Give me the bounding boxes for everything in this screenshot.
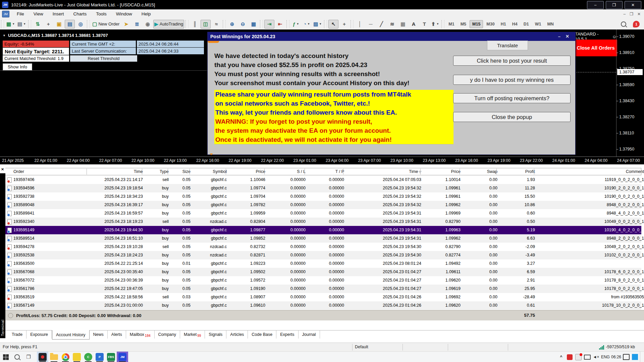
popup-title-bar[interactable]: Post Winnings for 2025.04.23 – ✕ — [208, 32, 575, 41]
table-row[interactable]: 1935670722025.04.23 00:36:39buy0.05gbpch… — [5, 276, 641, 285]
data-window-icon[interactable]: + — [43, 20, 53, 28]
table-row[interactable]: 1935617862025.04.22 19:47:05buy0.05gbpch… — [5, 285, 641, 293]
grid-icon[interactable]: ▦ — [398, 20, 408, 28]
navigator-icon[interactable]: ▣ — [54, 20, 64, 28]
app-folder-button[interactable] — [48, 352, 60, 362]
dropdown-caret-icon[interactable]: ▼ — [23, 22, 26, 25]
dropdown-caret-icon[interactable]: ▼ — [307, 22, 310, 25]
tab-journal[interactable]: Journal — [299, 330, 320, 339]
status-profile[interactable]: Default — [355, 345, 368, 349]
column-header-swap[interactable]: Swap — [462, 168, 497, 175]
periods-icon[interactable]: ◔▼ — [302, 20, 312, 28]
app-notes-button[interactable] — [71, 352, 83, 362]
dropdown-caret-icon[interactable]: ▼ — [436, 22, 439, 25]
app-fbs-button[interactable]: FBS — [105, 352, 117, 362]
tab-alerts[interactable]: Alerts — [108, 330, 126, 339]
chat-notification-button[interactable]: 1 — [629, 20, 641, 28]
trendline-icon[interactable]: ╱ — [376, 20, 386, 28]
tab-market[interactable]: Market99 — [180, 330, 205, 339]
new-order-icon[interactable]: ▢New Order — [91, 20, 120, 28]
table-row[interactable]: 1935635002025.04.22 21:25:14buy0.01gbpch… — [5, 259, 641, 268]
table-row[interactable]: 1935898412025.04.23 16:59:57buy0.05gbpch… — [5, 209, 641, 218]
autotrading-icon[interactable]: ▶AutoTrading — [153, 20, 184, 28]
column-header-symbol[interactable]: Symbol — [192, 168, 227, 175]
app-blue-p-button[interactable]: P — [94, 352, 105, 362]
tray-badge-icon[interactable] — [575, 353, 582, 361]
tab-account-history[interactable]: Account History — [52, 330, 90, 340]
indicators-icon[interactable]: ƒ▼ — [291, 20, 301, 28]
app-recorder-button[interactable] — [37, 352, 48, 362]
chart-system-icon[interactable]: JM — [2, 11, 9, 17]
zoom-in-icon[interactable]: ⊕ — [227, 20, 237, 28]
column-header-time[interactable]: Time — [89, 168, 143, 175]
close-all-orders-button[interactable]: Close All Orders — [574, 40, 617, 56]
new-chart-icon[interactable]: ▦▼ — [5, 20, 16, 28]
show-info-button[interactable]: Show Info — [3, 63, 32, 70]
chart-shift-icon[interactable]: ⇤ — [275, 20, 285, 28]
tray-expand-icon[interactable]: ^ — [557, 353, 565, 361]
timeframe-h1-button[interactable]: H1 — [498, 20, 509, 28]
candlestick-chart-icon[interactable]: ◫ — [201, 20, 211, 28]
app-chrome-button[interactable] — [60, 352, 71, 362]
tab-company[interactable]: Company — [155, 330, 180, 339]
language-indicator[interactable]: ENG — [601, 353, 610, 361]
expert-advisors-icon[interactable]: ➤ — [121, 20, 131, 28]
tab-trade[interactable]: Trade — [8, 330, 26, 339]
column-header-comment[interactable]: Comment — [537, 168, 644, 175]
dropdown-caret-icon[interactable]: ▼ — [297, 22, 299, 25]
chart-close-icon[interactable]: ✕ — [637, 12, 641, 16]
tab-exposure[interactable]: Exposure — [26, 330, 52, 339]
app-green-button[interactable]: C — [83, 352, 94, 362]
popup-minimize-icon[interactable]: – — [558, 34, 560, 39]
reset-threshold-button[interactable]: Reset Threshold — [70, 55, 137, 62]
task-view-button[interactable]: ❐ — [23, 352, 34, 362]
terminal-side-tab[interactable]: Terminal — [0, 173, 5, 338]
app-justmarkets-button[interactable]: JM — [117, 352, 128, 362]
clock[interactable]: 06:26 — [611, 353, 621, 361]
column-header-sl[interactable]: S / L — [267, 168, 306, 175]
restore-button[interactable]: ❐ — [606, 1, 623, 9]
column-header-time2[interactable]: Time ▽ — [346, 168, 421, 175]
dropdown-caret-icon[interactable]: ▼ — [319, 22, 322, 25]
chart-restore-icon[interactable]: ❐ — [630, 12, 633, 16]
tab-mailbox[interactable]: Mailbox184 — [126, 330, 155, 339]
table-row[interactable]: 1935895142025.04.23 16:51:10buy0.05gbpch… — [5, 234, 641, 243]
line-chart-icon[interactable]: ≈ — [211, 20, 221, 28]
fibonacci-icon[interactable]: ≋ — [387, 20, 397, 28]
close-popup-button[interactable]: Close the popup — [453, 112, 571, 122]
show-desktop-button[interactable] — [640, 352, 642, 362]
text-icon[interactable]: A — [409, 20, 419, 28]
horizontal-line-icon[interactable]: ─ — [366, 20, 376, 28]
timeframe-m1-button[interactable]: M1 — [446, 20, 457, 28]
column-header-price[interactable]: Price — [228, 168, 265, 175]
column-header-profit[interactable]: Profit — [499, 168, 535, 175]
display-icon[interactable] — [584, 353, 591, 361]
tab-articles[interactable]: Articles — [226, 330, 248, 339]
timeframe-w1-button[interactable]: W1 — [532, 20, 544, 28]
menu-charts[interactable]: Charts — [69, 10, 92, 18]
timeframe-m5-button[interactable]: M5 — [458, 20, 469, 28]
menu-tools[interactable]: Tools — [91, 10, 111, 18]
column-header-order[interactable]: Order — [13, 168, 84, 175]
arrows-icon[interactable]: ⬆▼ — [430, 20, 440, 28]
search-button[interactable] — [11, 352, 23, 362]
column-header-tp[interactable]: T / P — [307, 168, 344, 175]
table-row[interactable]: 1935635192025.04.22 18:58:56sell0.03gbpc… — [5, 293, 641, 301]
table-header[interactable]: OrderTimeTypeSizeSymbolPriceS / LT / PTi… — [5, 168, 641, 175]
text-label-icon[interactable]: T — [419, 20, 429, 28]
menu-view[interactable]: View — [29, 10, 48, 18]
menu-file[interactable]: File — [12, 10, 29, 18]
table-row[interactable]: 1935942782025.04.23 19:10:28sell0.05nzdc… — [5, 243, 641, 251]
menu-help[interactable]: Help — [137, 10, 156, 18]
minimize-button[interactable]: – — [587, 1, 604, 9]
timeframe-h4-button[interactable]: H4 — [509, 20, 520, 28]
scripts-icon[interactable]: ≣ — [132, 20, 142, 28]
chart-minimize-icon[interactable]: – — [623, 12, 626, 16]
search-button[interactable] — [619, 20, 629, 28]
collapse-icon[interactable]: ▼ — [3, 34, 6, 37]
table-row[interactable]: 1935671492025.04.23 01:00:00buy0.05gbpch… — [5, 301, 641, 310]
column-header-size[interactable]: Size — [170, 168, 191, 175]
tile-windows-icon[interactable]: ▦ — [249, 20, 259, 28]
cursor-icon[interactable]: ↖ — [328, 20, 338, 28]
table-row[interactable]: 1935945962025.04.23 19:18:54buy0.05gbpch… — [5, 184, 641, 192]
